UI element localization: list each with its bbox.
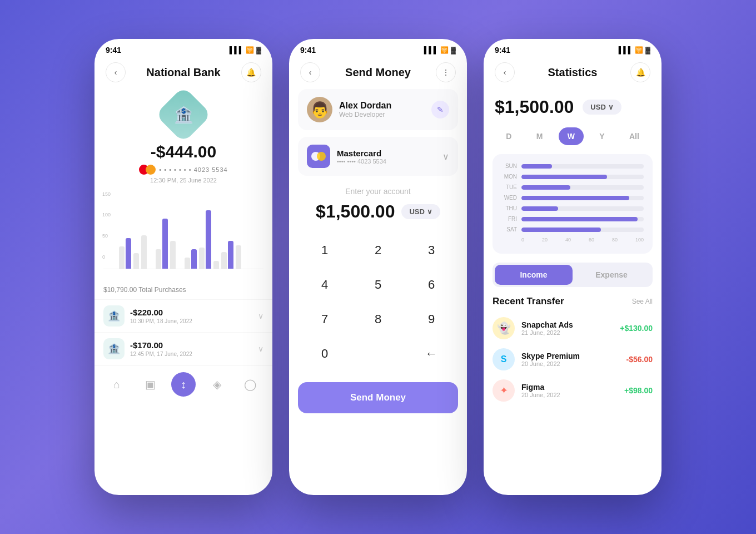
period-tab-d[interactable]: D <box>497 127 520 145</box>
currency-label-2: USD <box>409 207 424 216</box>
bell-button-1[interactable]: 🔔 <box>241 62 261 82</box>
key-7[interactable]: 7 <box>298 302 351 337</box>
key-6[interactable]: 6 <box>405 268 458 302</box>
key-empty <box>351 337 405 371</box>
battery-icon-2: ▓ <box>451 46 456 54</box>
key-2[interactable]: 2 <box>351 233 405 268</box>
x-100: 100 <box>635 237 644 243</box>
h-fill-fri <box>521 217 638 221</box>
status-bar-1: 9:41 ▌▌▌ 🛜 ▓ <box>94 39 272 58</box>
header-3: ‹ Statistics 🔔 <box>484 58 662 89</box>
period-tab-w[interactable]: W <box>559 127 584 145</box>
transaction-item-2[interactable]: 🏦 -$170.00 12:45 PM, 17 June, 2022 ∨ <box>94 332 272 365</box>
snapchat-date: 21 June, 2022 <box>521 329 573 336</box>
usd-label: USD <box>590 103 605 111</box>
key-1[interactable]: 1 <box>298 233 351 268</box>
currency-badge-2[interactable]: USD ∨ <box>401 204 440 219</box>
back-button-1[interactable]: ‹ <box>106 62 126 82</box>
bar-gray <box>133 253 139 269</box>
h-label-sun: SUN <box>501 163 517 169</box>
x-40: 40 <box>565 237 571 243</box>
trans-icon-2: 🏦 <box>103 338 125 359</box>
send-money-button[interactable]: Send Money <box>298 382 458 413</box>
nav-transfer[interactable]: ↕ <box>171 372 196 397</box>
signal-icon-3: ▌▌▌ <box>619 46 633 54</box>
nav-user[interactable]: ◯ <box>238 372 262 397</box>
contact-name: Alex Dordan <box>339 101 391 111</box>
bell-button-3[interactable]: 🔔 <box>630 62 650 82</box>
signal-icon: ▌▌▌ <box>230 46 244 54</box>
bar-purple <box>206 210 211 269</box>
period-tab-all[interactable]: All <box>620 127 648 145</box>
h-bar-mon: MON <box>501 174 644 180</box>
nav-wallet[interactable]: ◈ <box>205 372 229 397</box>
trans-details-2: -$170.00 12:45 PM, 17 June, 2022 <box>130 340 258 357</box>
bar-gray <box>199 248 205 269</box>
wifi-icon: 🛜 <box>246 46 254 54</box>
bar-group-1 <box>119 238 131 269</box>
chevron-icon-2: ∨ <box>258 344 263 353</box>
transaction-item-1[interactable]: 🏦 -$220.00 10:30 PM, 18 June, 2022 ∨ <box>94 299 272 332</box>
figma-amount: +$98.00 <box>624 386 653 395</box>
key-backspace[interactable]: ← <box>405 337 458 371</box>
nav-card[interactable]: ▣ <box>138 372 162 397</box>
recent-title: Recent Transfer <box>493 296 564 307</box>
page-title-3: Statistics <box>548 66 598 79</box>
chevron-icon-1: ∨ <box>258 312 263 320</box>
bar-gray <box>185 258 190 269</box>
mc-right <box>146 165 156 175</box>
bar-group-9 <box>221 241 233 269</box>
mc-circle-2 <box>317 152 326 161</box>
status-icons-1: ▌▌▌ 🛜 ▓ <box>230 46 261 54</box>
bar-purple <box>228 241 233 269</box>
h-label-fri: FRI <box>501 216 517 222</box>
payment-chevron[interactable]: ∨ <box>442 151 449 162</box>
transfer-skype[interactable]: S Skype Premium 20 June, 2022 -$56.00 <box>484 344 662 375</box>
y-label-100: 100 <box>102 212 111 217</box>
transfer-figma[interactable]: ✦ Figma 20 June, 2022 +$98.00 <box>484 375 662 406</box>
back-button-3[interactable]: ‹ <box>495 62 515 82</box>
contact-avatar: 👨 <box>307 97 332 122</box>
key-8[interactable]: 8 <box>351 302 405 337</box>
transfer-snapchat[interactable]: 👻 Snapchat Ads 21 June, 2022 +$130.00 <box>484 313 662 344</box>
h-bar-sun: SUN <box>501 163 644 169</box>
bar-purple <box>191 249 197 269</box>
mastercard-icon <box>139 165 156 175</box>
key-3[interactable]: 3 <box>405 233 458 268</box>
battery-icon: ▓ <box>256 46 261 54</box>
nav-home[interactable]: ⌂ <box>105 372 129 397</box>
figma-date: 20 June, 2022 <box>521 392 560 398</box>
wifi-icon-2: 🛜 <box>440 46 449 54</box>
y-label-0: 0 <box>102 254 105 260</box>
usd-badge[interactable]: USD ∨ <box>583 100 621 115</box>
skype-info: Skype Premium 20 June, 2022 <box>521 352 580 367</box>
h-bar-thu: THU <box>501 205 644 211</box>
stats-amount: $1,500.00 <box>495 97 574 117</box>
payment-name: Mastercard <box>337 149 386 158</box>
period-tab-m[interactable]: M <box>528 127 552 145</box>
key-5[interactable]: 5 <box>351 268 405 302</box>
bar-gray <box>170 241 176 269</box>
chart-bars <box>103 191 263 269</box>
contact-edit-button[interactable]: ✎ <box>431 101 449 118</box>
figma-icon: ✦ <box>493 379 515 402</box>
key-0[interactable]: 0 <box>298 337 351 371</box>
keypad: 1 2 3 4 5 6 7 8 9 0 ← <box>298 233 458 371</box>
more-button-2[interactable]: ⋮ <box>436 62 456 82</box>
h-track-mon <box>521 175 644 179</box>
h-track-thu <box>521 206 644 211</box>
expense-button[interactable]: Expense <box>573 265 650 285</box>
x-60: 60 <box>589 237 594 243</box>
key-4[interactable]: 4 <box>298 268 351 302</box>
key-9[interactable]: 9 <box>405 302 458 337</box>
see-all-button[interactable]: See All <box>632 298 653 305</box>
back-button-2[interactable]: ‹ <box>300 62 320 82</box>
status-time-2: 9:41 <box>300 46 316 55</box>
snapchat-name: Snapchat Ads <box>521 320 573 329</box>
status-bar-3: 9:41 ▌▌▌ 🛜 ▓ <box>484 39 662 58</box>
skype-icon: S <box>493 348 515 370</box>
period-tab-y[interactable]: Y <box>590 127 613 145</box>
income-button[interactable]: Income <box>495 265 573 285</box>
mc-circles <box>311 152 326 161</box>
status-time-1: 9:41 <box>106 46 121 55</box>
